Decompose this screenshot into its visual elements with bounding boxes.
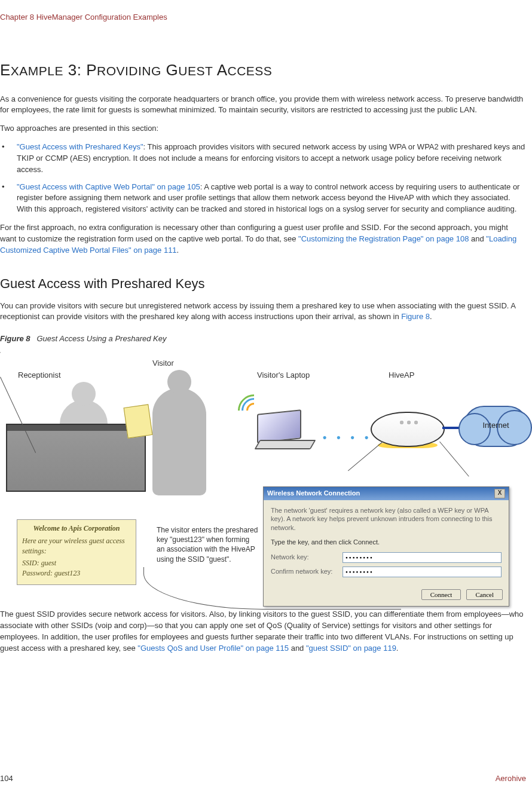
page-title: EXAMPLE 3: PROVIDING GUEST ACCESS	[0, 59, 526, 82]
post-bullets-paragraph: For the first approach, no extra configu…	[0, 222, 526, 256]
visitor-head	[167, 370, 191, 394]
laptop-icon	[257, 412, 314, 448]
note-line-password: Password: guest123	[22, 568, 131, 578]
section-paragraph: You can provide visitors with secure but…	[0, 301, 526, 323]
chapter-header: Chapter 8 HiveManager Configuration Exam…	[0, 12, 526, 23]
closing-paragraph: The guest SSID provides secure network a…	[0, 609, 526, 654]
bullet-1: "Guest Access with Preshared Keys": This…	[0, 142, 526, 176]
connect-button[interactable]: Connect	[421, 589, 461, 600]
label-visitors-laptop: Visitor's Laptop	[257, 370, 310, 381]
close-icon[interactable]: X	[494, 489, 505, 498]
section-heading: Guest Access with Preshared Keys	[0, 274, 526, 293]
receptionist-head	[72, 382, 96, 406]
visitor-figure	[152, 388, 206, 495]
label-visitor: Visitor	[152, 358, 174, 369]
figure-title: Guest Access Using a Preshared Key	[36, 334, 166, 343]
note-line-ssid: SSID: guest	[22, 558, 131, 568]
zoom-line	[439, 442, 469, 477]
intro-paragraph: As a convenience for guests visiting the…	[0, 94, 526, 117]
label-hiveap: HiveAP	[389, 370, 414, 381]
note-line-1: Here are your wireless guest access sett…	[22, 536, 131, 556]
dialog-titlebar: Wireless Network Connection X	[264, 487, 509, 500]
closing-end: .	[396, 644, 399, 653]
page-footer: 104 Aerohive	[0, 773, 526, 785]
zoom-line	[348, 442, 383, 471]
section-text-1: You can provide visitors with secure but…	[0, 301, 515, 322]
link-guests-qos[interactable]: "Guests QoS and User Profile" on page 11…	[137, 644, 289, 653]
post-bullets-end: .	[177, 246, 179, 255]
input-confirm-key[interactable]	[343, 567, 502, 577]
zoom-line	[0, 352, 2, 375]
note-title: Welcome to Apis Corporation	[22, 523, 131, 534]
link-preshared-keys[interactable]: "Guest Access with Preshared Keys"	[17, 142, 143, 151]
link-captive-portal[interactable]: "Guest Access with Captive Web Portal" o…	[17, 182, 200, 191]
dialog-type-line: Type the key, and then click Connect.	[271, 538, 502, 547]
dialog-title-text: Wireless Network Connection	[267, 489, 360, 498]
internet-cloud-icon: Internet	[463, 406, 528, 447]
bullet-2: "Guest Access with Captive Web Portal" o…	[0, 182, 526, 216]
link-figure-8[interactable]: Figure 8	[401, 312, 430, 321]
link-customizing-registration[interactable]: "Customizing the Registration Page" on p…	[298, 234, 469, 243]
label-network-key: Network key:	[271, 553, 343, 562]
figure-caption: Figure 8 Guest Access Using a Preshared …	[0, 333, 526, 345]
welcome-note: Welcome to Apis Corporation Here are you…	[17, 519, 136, 585]
post-bullets-mid: and	[469, 234, 486, 243]
page-number: 104	[0, 773, 13, 785]
card-graphic	[124, 404, 153, 438]
closing-mid: and	[289, 644, 306, 653]
section-text-end: .	[430, 312, 432, 321]
label-internet: Internet	[464, 420, 527, 431]
brand-name: Aerohive	[496, 773, 526, 785]
intro-paragraph-2: Two approaches are presented in this sec…	[0, 123, 526, 134]
cancel-button[interactable]: Cancel	[466, 589, 503, 600]
dialog-help-text: The network 'guest' requires a network k…	[271, 506, 502, 532]
link-guest-ssid[interactable]: "guest SSID" on page 119	[306, 644, 396, 653]
figure-inline-caption: The visitor enters the preshared key "gu…	[157, 525, 258, 564]
label-confirm-key: Confirm network key:	[271, 567, 343, 577]
wireless-dialog: Wireless Network Connection X The networ…	[263, 486, 509, 607]
input-network-key[interactable]	[343, 552, 502, 563]
figure-number: Figure 8	[0, 334, 30, 343]
figure-8: Receptionist Visitor Visitor's Laptop Hi…	[0, 352, 520, 591]
label-receptionist: Receptionist	[18, 370, 61, 381]
